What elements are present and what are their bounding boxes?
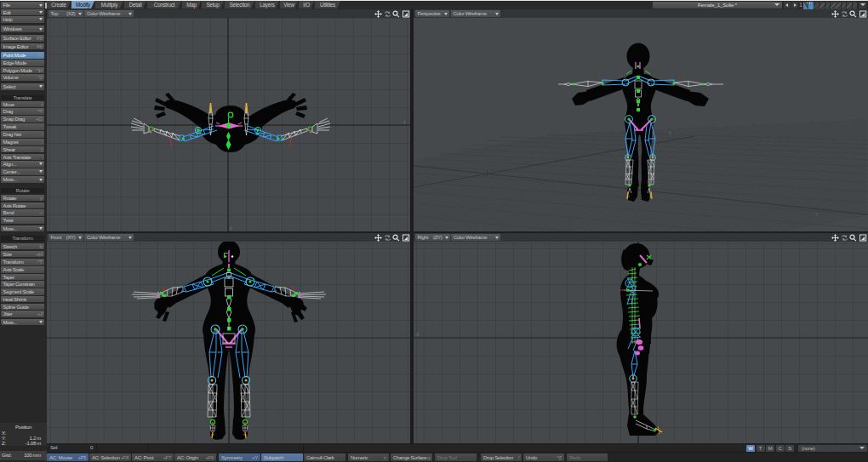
svg-text:z: z — [230, 225, 232, 231]
svg-text:x: x — [403, 119, 406, 124]
svg-text:z: z — [669, 130, 671, 135]
svg-text:x: x — [815, 211, 818, 216]
svg-text:Z: Z — [416, 332, 420, 337]
